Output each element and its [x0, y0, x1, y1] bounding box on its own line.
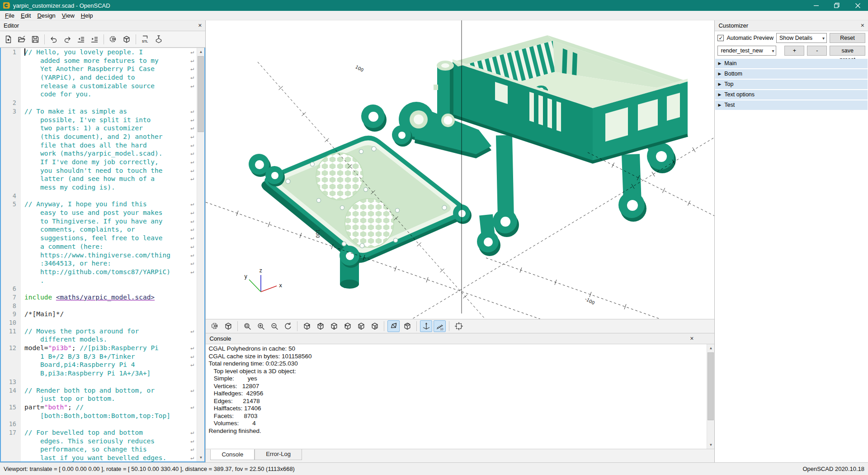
remove-preset-button[interactable]: - — [807, 46, 827, 56]
scroll-down-arrow[interactable]: ▼ — [197, 454, 204, 461]
customizer-panel-header[interactable]: Customizer × — [715, 20, 868, 31]
zoom-in-icon[interactable] — [255, 320, 267, 332]
code-line[interactable]: you shouldn't need to touch the↵ — [1, 166, 197, 175]
code-line[interactable]: performance, so change this↵ — [1, 445, 197, 454]
code-line[interactable]: 14// Render both top and bottom, or↵ — [1, 386, 197, 395]
code-line[interactable]: 17// For bevelled top and bottom↵ — [1, 428, 197, 437]
code-line[interactable]: release a customizable source↵ — [1, 82, 197, 90]
code-line[interactable]: :3464513, or here:↵ — [1, 259, 197, 268]
minimize-button[interactable] — [806, 0, 826, 11]
console-close-icon[interactable]: × — [690, 334, 693, 342]
code-line[interactable]: possible, I've split it into↵ — [1, 116, 197, 124]
code-line[interactable]: last if you want bevelled edges.↵ — [1, 454, 197, 462]
code-line[interactable]: . — [1, 276, 197, 285]
code-line[interactable]: 1 B+/2 B/3 B/3 B+/Tinker↵ — [1, 352, 197, 361]
code-line[interactable]: work (maths/yarpic_model.scad).↵ — [1, 149, 197, 158]
code-line[interactable]: 2 — [1, 99, 197, 107]
view-top-icon[interactable] — [314, 320, 326, 332]
console-scrollbar-thumb[interactable] — [708, 352, 714, 420]
zoom-out-icon[interactable] — [268, 320, 280, 332]
close-button[interactable] — [847, 0, 868, 11]
code-line[interactable]: two parts: 1) a customizer↵ — [1, 124, 197, 133]
redo-icon[interactable] — [61, 33, 74, 46]
menu-item-file[interactable]: File — [2, 12, 18, 19]
code-line[interactable]: easy to use and post your makes↵ — [1, 209, 197, 217]
scroll-up-arrow[interactable]: ▲ — [707, 344, 714, 352]
customizer-section-main[interactable]: ▶Main — [715, 59, 868, 68]
console-panel-header[interactable]: Console × — [206, 333, 714, 344]
scroll-down-arrow[interactable]: ▼ — [707, 441, 714, 449]
code-line[interactable]: Yet Another Raspberry Pi Case↵ — [1, 65, 197, 73]
editor-scrollbar[interactable]: ▲ ▼ — [197, 48, 204, 461]
view-back-icon[interactable] — [368, 320, 381, 332]
view-left-icon[interactable] — [341, 320, 354, 332]
code-line[interactable]: (this document), and 2) another↵ — [1, 133, 197, 141]
save-icon[interactable] — [29, 33, 42, 46]
code-text[interactable]: 1// Hello, you lovely people. I↵ added s… — [1, 48, 197, 461]
unindent-icon[interactable] — [75, 33, 87, 46]
reset-view-icon[interactable] — [282, 320, 294, 332]
code-line[interactable]: 9/*[Main]*/ — [1, 310, 197, 318]
new-icon[interactable] — [2, 33, 14, 46]
restore-button[interactable] — [826, 0, 847, 11]
code-line[interactable]: 7include <maths/yarpic_model.scad> — [1, 293, 197, 302]
code-line[interactable]: https://www.thingiverse.com/thing↵ — [1, 251, 197, 260]
code-line[interactable]: suggestions, feel free to leave↵ — [1, 234, 197, 242]
orthographic-icon[interactable] — [401, 320, 413, 332]
customizer-section-top[interactable]: ▶Top — [715, 80, 868, 89]
code-line[interactable]: 8 — [1, 302, 197, 310]
editor-close-icon[interactable]: × — [198, 21, 202, 29]
menu-item-help[interactable]: Help — [78, 12, 96, 19]
zoom-all-icon[interactable] — [241, 320, 253, 332]
perspective-icon[interactable] — [387, 320, 400, 332]
customizer-close-icon[interactable]: × — [861, 21, 864, 29]
code-editor[interactable]: 1// Hello, you lovely people. I↵ added s… — [0, 48, 205, 462]
code-line[interactable]: 10 — [1, 318, 197, 327]
indent-icon[interactable] — [88, 33, 101, 46]
code-line[interactable]: [both:Both,bottom:Bottom,top:Top] — [1, 412, 197, 420]
customizer-section-bottom[interactable]: ▶Bottom — [715, 69, 868, 79]
show-axes-icon[interactable] — [420, 320, 432, 332]
automatic-preview-checkbox[interactable]: ✓ — [717, 35, 724, 41]
code-line[interactable]: (YARPiC), and decided to↵ — [1, 73, 197, 82]
tab-console[interactable]: Console — [210, 449, 255, 460]
customizer-section-text-options[interactable]: ▶Text options — [715, 90, 868, 100]
code-line[interactable]: 3// To make it as simple as↵ — [1, 107, 197, 116]
code-line[interactable]: latter (and see how much of a↵ — [1, 175, 197, 183]
code-line[interactable]: added some more features to my↵ — [1, 57, 197, 65]
code-line[interactable]: a comment (here:↵ — [1, 242, 197, 251]
code-line[interactable]: If I've done my job correctly,↵ — [1, 158, 197, 166]
code-line[interactable]: 4 — [1, 192, 197, 200]
code-line[interactable]: different models. — [1, 335, 197, 344]
menu-item-view[interactable]: View — [59, 12, 78, 19]
code-line[interactable]: Board,pi4:Raspberry Pi 4↵ — [1, 361, 197, 369]
editor-scrollbar-thumb[interactable] — [198, 56, 204, 132]
code-line[interactable]: 16 — [1, 420, 197, 428]
code-line[interactable]: comments, complaints, or↵ — [1, 225, 197, 234]
preview-icon[interactable] — [208, 320, 221, 332]
view-right-icon[interactable] — [301, 320, 313, 332]
print-3d-icon[interactable] — [152, 33, 165, 46]
preview-icon[interactable] — [107, 33, 119, 46]
code-line[interactable]: 5// Anyway, I hope you find this↵ — [1, 200, 197, 209]
code-line[interactable]: 15part="both"; //↵ — [1, 403, 197, 412]
editor-panel-header[interactable]: Editor × — [0, 20, 205, 31]
console-output[interactable]: CGAL Polyhedrons in cache: 50CGAL cache … — [206, 344, 714, 449]
menu-item-edit[interactable]: Edit — [18, 12, 34, 19]
menu-item-design[interactable]: Design — [34, 12, 58, 19]
code-line[interactable]: 6 — [1, 285, 197, 293]
scroll-up-arrow[interactable]: ▲ — [197, 48, 204, 56]
code-line[interactable]: 13 — [1, 378, 197, 386]
code-line[interactable]: edges. This seriously reduces↵ — [1, 437, 197, 446]
reset-button[interactable]: Reset — [830, 33, 865, 43]
render-icon[interactable] — [222, 320, 234, 332]
code-line[interactable]: B,pi3a:Raspberry Pi 1A+/3A+] — [1, 369, 197, 378]
save-preset-button[interactable]: save preset — [830, 46, 865, 56]
show-scale-markers-icon[interactable]: 10 — [434, 320, 446, 332]
3d-viewport[interactable]: 100 100 -100 z x y — [206, 20, 714, 319]
preset-dropdown[interactable]: render_test_new ▾ — [717, 46, 776, 56]
code-line[interactable]: 1// Hello, you lovely people. I↵ — [1, 48, 197, 57]
console-scrollbar[interactable]: ▲ ▼ — [707, 344, 714, 449]
code-line[interactable]: http://github.com/tomsc87/YARPiC)↵ — [1, 268, 197, 276]
open-icon[interactable] — [15, 33, 28, 46]
